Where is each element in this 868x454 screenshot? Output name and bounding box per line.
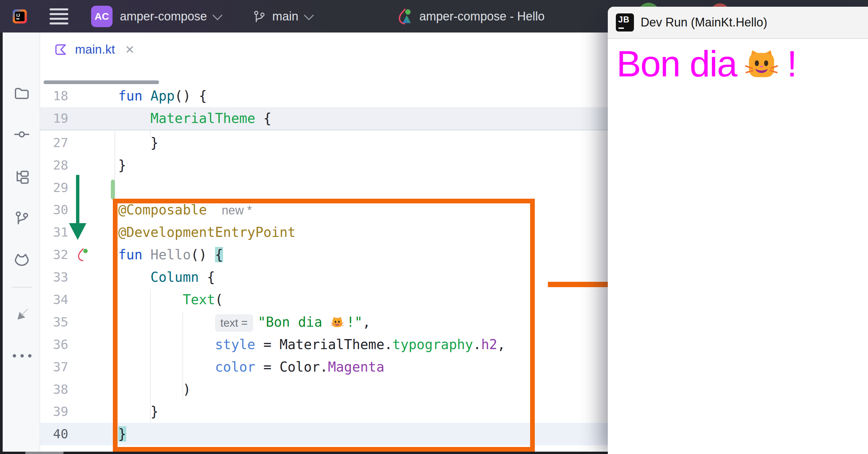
- window-left-edge: [0, 32, 3, 454]
- svg-text:IJ: IJ: [16, 12, 20, 18]
- line-number: 18: [40, 85, 115, 107]
- tool-window-stripe: [3, 32, 40, 452]
- close-icon[interactable]: ✕: [125, 43, 135, 56]
- intellij-logo-icon[interactable]: IJ: [12, 9, 27, 24]
- stripe-divider: [12, 287, 31, 287]
- line-number: 33: [40, 266, 115, 289]
- line-number: 37: [40, 356, 115, 378]
- line-number: 34: [40, 289, 115, 311]
- project-avatar: AC: [91, 6, 113, 27]
- gitlab-icon[interactable]: [13, 251, 30, 268]
- vcs-widget[interactable]: main: [252, 9, 311, 24]
- line-number: 27: [40, 132, 115, 154]
- line-number: 38: [40, 378, 115, 401]
- run-config-name: amper-compose - Hello: [419, 9, 545, 24]
- project-name: amper-compose: [120, 9, 207, 24]
- commit-icon[interactable]: [13, 126, 30, 143]
- output-text-after: !: [787, 43, 797, 84]
- dev-run-title: Dev Run (MainKt.Hello): [641, 16, 767, 29]
- line-number: 31: [40, 221, 115, 244]
- line-number: 19: [40, 107, 115, 130]
- kotlin-file-icon: [54, 42, 68, 57]
- compose-run-config-icon: [395, 7, 414, 26]
- tab-main-kt[interactable]: main.kt ✕: [54, 42, 135, 57]
- structure-icon[interactable]: [13, 169, 30, 186]
- hamburger-menu-icon[interactable]: [50, 8, 68, 25]
- cat-emoji: [745, 47, 778, 81]
- bottom-scrollbar[interactable]: [25, 452, 64, 454]
- indent-guide: [183, 311, 183, 399]
- cat-emoji: [331, 315, 344, 328]
- window-bottom-edge: [0, 452, 608, 454]
- dev-run-titlebar[interactable]: JB Dev Run (MainKt.Hello): [608, 7, 868, 39]
- line-number: 40: [40, 423, 115, 445]
- line-number: 35: [40, 311, 115, 333]
- project-widget[interactable]: AC amper-compose: [91, 6, 220, 27]
- pull-requests-icon[interactable]: [13, 210, 30, 226]
- run-gutter-icon[interactable]: [75, 247, 90, 262]
- vcs-change-bar: [111, 180, 115, 199]
- chevron-down-icon: [213, 10, 223, 21]
- project-folder-icon[interactable]: [13, 85, 30, 102]
- indent-guide: [150, 289, 151, 422]
- amper-icon[interactable]: [13, 306, 30, 323]
- branch-name: main: [272, 9, 299, 24]
- line-number: 39: [40, 400, 115, 423]
- jetbrains-icon: JB: [616, 13, 634, 31]
- run-configuration-widget[interactable]: amper-compose - Hello: [395, 7, 545, 26]
- tab-label: main.kt: [75, 42, 115, 57]
- ide-window: IJ AC amper-compose main am: [0, 0, 868, 454]
- gutter-separator: [115, 130, 115, 452]
- git-branch-icon: [252, 9, 266, 24]
- line-number: 32: [40, 244, 115, 266]
- tab-scrollbar-thumb[interactable]: [43, 81, 159, 84]
- line-number: 29: [40, 177, 115, 199]
- chevron-down-icon: [304, 10, 314, 21]
- line-number: 36: [40, 333, 115, 356]
- line-number: 28: [40, 154, 115, 177]
- compose-output-text: Bon dia !: [608, 39, 868, 85]
- dev-run-window: JB Dev Run (MainKt.Hello) Bon dia !: [608, 7, 868, 454]
- line-number: 30: [40, 199, 115, 221]
- more-tool-windows-icon[interactable]: [13, 354, 31, 358]
- indent-guide: [150, 130, 151, 138]
- output-text-before: Bon dia: [617, 43, 737, 84]
